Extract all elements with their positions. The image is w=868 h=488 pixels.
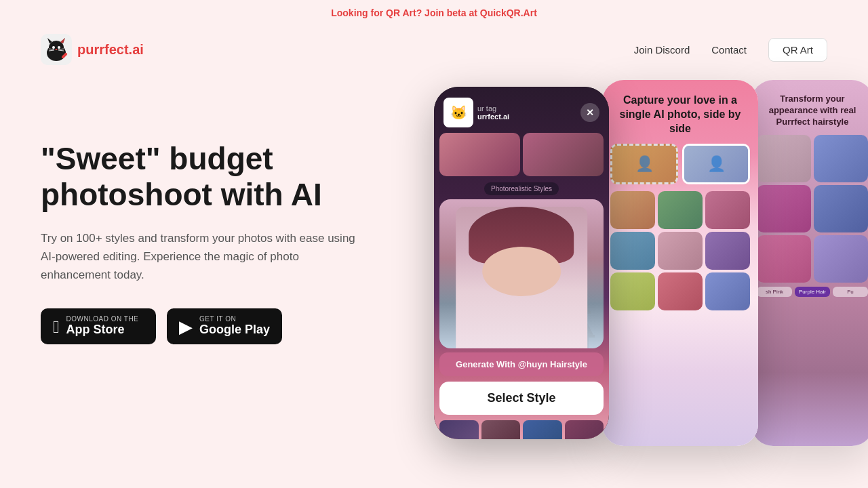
purple-cell-4 — [814, 185, 868, 232]
pink-cell-3 — [705, 191, 750, 229]
nav-links: Join Discord Contact QR Art — [634, 38, 827, 62]
banner-link[interactable]: Looking for QR Art? Join beta at QuickQR… — [331, 7, 537, 18]
hero-title: "Sweet" budget photoshoot with AI — [41, 141, 380, 213]
top-banner: Looking for QR Art? Join beta at QuickQR… — [0, 0, 868, 26]
purple-grid — [757, 135, 868, 283]
phone-logo: 🐱 — [443, 98, 473, 127]
phone-main: 🐱 ur tag urrfect.ai ✕ Photorealistic Sty… — [434, 87, 609, 439]
phone-brand-label: urrfect.ai — [477, 113, 580, 121]
phone-select-style-button[interactable]: Select Style — [439, 382, 604, 415]
pink-grid — [610, 191, 750, 310]
purple-cell-6 — [814, 235, 868, 283]
hero-section: "Sweet" budget photoshoot with AI Try on… — [0, 73, 868, 466]
phone-close-button[interactable]: ✕ — [580, 103, 599, 122]
contact-link[interactable]: Contact — [711, 44, 747, 56]
apple-icon:  — [53, 318, 60, 336]
purple-label-2[interactable]: Purple Hair — [795, 287, 830, 297]
purple-label-1: sh Pink — [757, 287, 792, 297]
svg-point-7 — [58, 46, 60, 49]
pink-cell-2 — [658, 191, 703, 229]
app-store-button[interactable]:  Download on the App Store — [41, 308, 156, 344]
phone-tag-label: ur tag — [477, 104, 580, 113]
portrait-face — [482, 247, 561, 296]
couple-photo-left: 👤 — [610, 144, 678, 184]
svg-point-8 — [56, 49, 58, 50]
pink-cell-8 — [658, 272, 703, 310]
style-thumb-1[interactable] — [439, 420, 479, 439]
navbar: purrfect.ai Join Discord Contact QR Art — [0, 26, 868, 73]
phone-style-label: Photorealistic Styles — [484, 182, 559, 195]
discord-link[interactable]: Join Discord — [634, 44, 690, 56]
logo[interactable]: purrfect.ai — [41, 34, 144, 65]
phone-pink: Capture your love in a single AI photo, … — [602, 80, 758, 446]
svg-point-2 — [49, 41, 64, 54]
pink-cell-7 — [610, 272, 655, 310]
phone-generate-button[interactable]: Generate With @huyn Hairstyle — [439, 352, 604, 376]
purple-cell-3 — [757, 185, 811, 232]
hero-text: "Sweet" budget photoshoot with AI Try on… — [41, 100, 380, 344]
google-play-icon: ▶ — [179, 318, 193, 336]
google-play-button[interactable]: ▶ GET IT ON Google Play — [167, 308, 282, 344]
phone-thumb-1 — [439, 133, 520, 176]
phone-purple: Transform your appearance with real Purr… — [751, 80, 868, 446]
pink-cell-9 — [705, 272, 750, 310]
pink-cell-4 — [610, 232, 655, 270]
style-thumb-4[interactable] — [565, 420, 604, 439]
couple-area: 👤 👤 — [610, 144, 750, 184]
logo-text: purrfect.ai — [77, 42, 144, 58]
phone-portrait-bg — [439, 199, 604, 348]
logo-icon — [41, 34, 72, 65]
pink-cell-1 — [610, 191, 655, 229]
pink-cell-5 — [658, 232, 703, 270]
phone-photo-grid — [434, 133, 609, 176]
purple-cell-5 — [757, 235, 811, 283]
style-thumb-3[interactable] — [523, 420, 562, 439]
pink-phone-title: Capture your love in a single AI photo, … — [610, 94, 750, 136]
phone-style-section: Photorealistic Styles — [434, 179, 609, 199]
purple-cell-1 — [757, 135, 811, 182]
app-store-text: Download on the App Store — [66, 315, 139, 338]
hero-subtitle: Try on 100+ styles and transform your ph… — [41, 229, 366, 285]
phone-thumb-2 — [523, 133, 604, 176]
phone-portrait — [439, 199, 604, 348]
purple-cell-2 — [814, 135, 868, 182]
svg-point-6 — [52, 46, 55, 49]
style-thumb-2[interactable] — [481, 420, 521, 439]
couple-photo-right: 👤 — [682, 144, 750, 184]
phones-area: 🐱 ur tag urrfect.ai ✕ Photorealistic Sty… — [420, 73, 868, 466]
phone-main-header: 🐱 ur tag urrfect.ai ✕ — [434, 87, 609, 133]
phone-style-row — [434, 420, 609, 439]
qr-art-button[interactable]: QR Art — [768, 38, 827, 62]
purple-label-row: sh Pink Purple Hair Fu — [757, 287, 868, 297]
store-buttons:  Download on the App Store ▶ GET IT ON … — [41, 308, 380, 344]
purple-label-3: Fu — [833, 287, 868, 297]
portrait-person — [456, 207, 587, 348]
pink-cell-6 — [705, 232, 750, 270]
purple-phone-title: Transform your appearance with real Purr… — [757, 94, 868, 128]
google-play-text: GET IT ON Google Play — [199, 315, 270, 338]
